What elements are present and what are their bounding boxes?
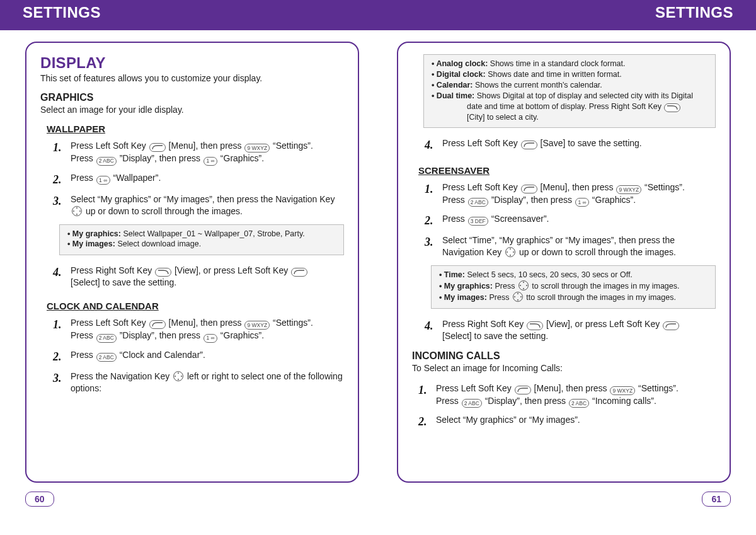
clock-options-note: Analog clock: Shows time in a standard c… xyxy=(423,54,716,128)
note-item: Digital clock: Shows date and time in wr… xyxy=(432,69,707,80)
key-3-icon: 3 DEF xyxy=(468,217,488,226)
page-footer: 60 61 xyxy=(0,488,756,518)
step-number: 3. xyxy=(425,234,436,250)
note-item: My images: Press tto scroll through the … xyxy=(439,292,707,303)
navigation-key-icon xyxy=(173,371,183,381)
step-text: Press 3 DEF “Screensaver”. xyxy=(442,213,549,226)
step-text: Press Left Soft Key [Save] to save the s… xyxy=(442,137,642,149)
step-text: Select “My graphics” or “My images”, the… xyxy=(71,193,344,217)
step: 3. Select “Time”, “My graphics” or “My i… xyxy=(418,231,716,262)
note-item: My graphics: Press to scroll through the… xyxy=(439,280,707,292)
step-text: Press 2 ABC “Clock and Calendar”. xyxy=(71,349,205,362)
step-text: Press Left Soft Key [Menu], then press 9… xyxy=(71,317,313,343)
subsection-clock-calendar: CLOCK AND CALENDAR xyxy=(47,301,344,311)
step: 4. Press Left Soft Key [Save] to save th… xyxy=(418,134,716,156)
note-item: Dual time: Shows Digital at top of displ… xyxy=(432,91,707,123)
step: 3. Select “My graphics” or “My images”, … xyxy=(47,190,344,221)
step: 1. Press Left Soft Key [Menu], then pres… xyxy=(47,137,344,169)
left-soft-key-icon xyxy=(663,321,679,330)
step-number: 2. xyxy=(425,213,436,228)
clock-steps: 1. Press Left Soft Key [Menu], then pres… xyxy=(47,314,344,398)
right-soft-key-icon xyxy=(664,103,680,112)
key-1-icon: 1 ∞ xyxy=(96,176,110,185)
panel-60: DISPLAY This set of features allows you … xyxy=(25,42,359,483)
left-soft-key-icon xyxy=(515,386,531,394)
subsection-graphics: GRAPHICS xyxy=(40,92,344,103)
wallpaper-note: My graphics: Select Wallpaper_01 ~ Wallp… xyxy=(59,224,344,256)
section-title-display: DISPLAY xyxy=(40,54,344,72)
step-number: 4. xyxy=(425,137,436,152)
navigation-key-icon xyxy=(513,292,523,302)
step: 2. Select “My graphics” or “My images”. xyxy=(412,411,716,432)
note-item: My images: Select download image. xyxy=(67,239,336,250)
key-1-icon: 1 ∞ xyxy=(575,198,589,207)
step-number: 3. xyxy=(53,371,64,386)
key-2-icon: 2 ABC xyxy=(96,157,117,166)
step-number: 2. xyxy=(53,349,64,364)
step-number: 1. xyxy=(53,317,64,332)
page-number-right: 61 xyxy=(702,492,731,507)
right-soft-key-icon xyxy=(155,268,171,277)
step: 2. Press 2 ABC “Clock and Calendar”. xyxy=(47,346,344,367)
step-text: Press Right Soft Key [View], or press Le… xyxy=(71,265,308,289)
key-1-icon: 1 ∞ xyxy=(203,157,217,166)
step-text: Press Left Soft Key [Menu], then press 9… xyxy=(436,383,679,408)
step: 1. Press Left Soft Key [Menu], then pres… xyxy=(47,314,344,346)
step: 2. Press 3 DEF “Screensaver”. xyxy=(418,210,716,231)
navigation-key-icon xyxy=(72,206,82,216)
step-number: 3. xyxy=(53,193,64,209)
page-header: SETTINGS SETTINGS xyxy=(0,0,756,30)
key-2-icon: 2 ABC xyxy=(96,334,117,343)
wallpaper-steps-cont: 4. Press Right Soft Key [View], or press… xyxy=(47,262,344,292)
step-number: 1. xyxy=(53,140,64,155)
note-item: My graphics: Select Wallpaper_01 ~ Wallp… xyxy=(67,229,336,239)
subsection-screensaver: SCREENSAVER xyxy=(418,165,716,176)
step: 4. Press Right Soft Key [View], or press… xyxy=(47,262,344,292)
key-2-icon: 2 ABC xyxy=(96,353,117,362)
key-9-icon: 9 WXYZ xyxy=(610,386,635,395)
panel-61: Analog clock: Shows time in a standard c… xyxy=(397,42,731,483)
step-text: Press Left Soft Key [Menu], then press 9… xyxy=(71,140,313,166)
page-61: Analog clock: Shows time in a standard c… xyxy=(397,42,731,483)
incoming-calls-lead: To Select an image for Incoming Calls: xyxy=(412,363,716,373)
page-60: DISPLAY This set of features allows you … xyxy=(25,42,359,483)
header-left: SETTINGS xyxy=(23,4,101,21)
step-number: 2. xyxy=(418,414,430,429)
step: 4. Press Right Soft Key [View], or press… xyxy=(418,315,716,345)
page-spread: DISPLAY This set of features allows you … xyxy=(0,30,756,488)
subsection-incoming-calls: INCOMING CALLS xyxy=(412,350,716,362)
step-number: 1. xyxy=(425,181,436,197)
step-number: 4. xyxy=(53,265,64,280)
note-item: Time: Select 5 secs, 10 secs, 20 secs, 3… xyxy=(439,270,707,280)
key-9-icon: 9 WXYZ xyxy=(244,144,270,152)
step: 3. Press the Navigation Key left or righ… xyxy=(47,367,344,398)
step-text: Select “Time”, “My graphics” or “My imag… xyxy=(442,234,716,258)
step-text: Press Left Soft Key [Menu], then press 9… xyxy=(442,181,685,207)
header-right: SETTINGS xyxy=(655,4,733,21)
left-soft-key-icon xyxy=(149,143,166,152)
wallpaper-steps: 1. Press Left Soft Key [Menu], then pres… xyxy=(47,137,344,221)
step-number: 2. xyxy=(53,172,64,187)
key-9-icon: 9 WXYZ xyxy=(616,185,641,194)
note-item: Calendar: Shows the current month's cale… xyxy=(432,80,707,91)
step: 1. Press Left Soft Key [Menu], then pres… xyxy=(418,178,716,210)
screensaver-note: Time: Select 5 secs, 10 secs, 20 secs, 3… xyxy=(431,265,716,309)
key-2-icon: 2 ABC xyxy=(468,198,488,207)
navigation-key-icon xyxy=(505,247,515,257)
step: 1. Press Left Soft Key [Menu], then pres… xyxy=(412,379,716,411)
key-9-icon: 9 WXYZ xyxy=(244,321,270,330)
step-number: 4. xyxy=(425,318,436,333)
left-soft-key-icon xyxy=(521,185,537,193)
right-soft-key-icon xyxy=(527,321,543,330)
screensaver-steps: 1. Press Left Soft Key [Menu], then pres… xyxy=(418,178,716,262)
step: 2. Press 1 ∞ “Wallpaper”. xyxy=(47,169,344,190)
section-lead: This set of features allows you to custo… xyxy=(40,73,344,83)
navigation-key-icon xyxy=(518,280,529,291)
page-number-left: 60 xyxy=(25,492,54,507)
step-text: Select “My graphics” or “My images”. xyxy=(436,414,580,426)
subsection-wallpaper: WALLPAPER xyxy=(47,124,344,134)
subsection-graphics-lead: Select an image for your idle display. xyxy=(40,105,344,115)
step-text: Press the Navigation Key left or right t… xyxy=(71,371,344,394)
key-1-icon: 1 ∞ xyxy=(203,334,217,343)
note-item: Analog clock: Shows time in a standard c… xyxy=(432,59,707,69)
